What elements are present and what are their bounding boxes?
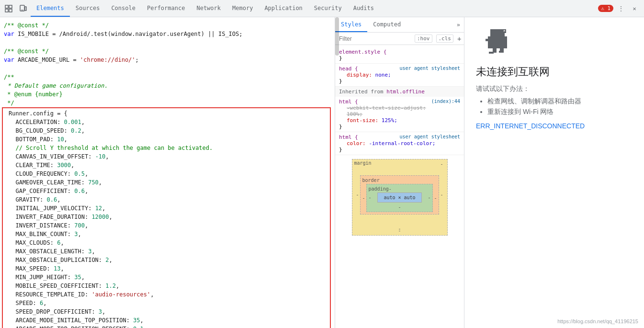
close-icon[interactable]: ✕ [629,3,640,14]
styles-tabs: Styles Computed » [335,17,464,33]
head-source: user agent stylesheet [400,66,460,71]
code-line: ARCADE_MODE_INITIAL_TOP_POSITION: 35, [5,316,328,325]
styles-filter-input[interactable] [339,35,411,42]
code-line: var ARCADE_MODE_URL = 'chrome://dino/'; [0,56,335,64]
html1-webkit-val: 100%; [339,111,460,117]
tab-computed[interactable]: Computed [367,17,407,32]
code-line: // Scroll Y threshold at which the game … [5,144,328,152]
code-line: CLEAR_TIME: 3000, [5,161,328,170]
svg-rect-12 [486,39,490,41]
code-line [0,38,335,47]
html1-source: (index):44 [431,99,460,104]
code-line: INVERT_DISTANCE: 700, [5,221,328,230]
dino-illustration [476,27,514,56]
filter-plus-button[interactable]: + [457,35,461,43]
inherited-from: html.offline [386,89,424,95]
svg-rect-2 [5,9,8,12]
devtools-tabs: Elements Sources Console Performance Net… [31,0,380,17]
head-style-block: head { user agent stylesheet display: no… [335,64,464,87]
inspect-icon[interactable] [2,2,15,15]
html1-selector: html { [339,99,358,105]
padding-bottom-val: - [369,204,431,210]
html2-style-block: html { user agent stylesheet color: -int… [335,132,464,155]
html2-color-prop: color: -internal-root-color; [339,140,460,147]
tab-memory[interactable]: Memory [226,0,259,17]
tab-audits[interactable]: Audits [348,0,380,17]
code-line: CLOUD_FREQUENCY: 0.5, [5,170,328,178]
code-line: GAMEOVER_CLEAR_TIME: 750, [5,178,328,187]
padding-right-val: - [428,195,430,200]
code-line: MAX_OBSTACLE_DUPLICATION: 2, [5,256,328,264]
code-line: ACCELERATION: 0.001, [5,118,328,126]
html1-style-block: html { (index):44 -webkit-text-size-adju… [335,97,464,132]
inherited-label: Inherited from html.offline [335,87,464,97]
code-line: MAX_BLINK_COUNT: 3, [5,230,328,238]
code-line: INVERT_FADE_DURATION: 12000, [5,213,328,221]
styles-content: element.style { } head { user agent styl… [335,45,464,328]
more-options-icon[interactable]: ⋮ [615,3,627,14]
svg-rect-1 [9,5,12,8]
tab-network[interactable]: Network [191,0,226,17]
border-left-val: - [362,195,365,201]
html1-webkit-prop: -webkit-text-size-adjust: [339,105,460,111]
html1-fontsize-prop: font-size: 125%; [339,117,460,124]
dino-tip-2: 重新连接到 Wi-Fi 网络 [487,108,633,116]
error-code-link[interactable]: ERR_INTERNET_DISCONNECTED [476,122,585,130]
code-line: BOTTOM_PAD: 10, [5,135,328,144]
code-line: /** [0,73,335,81]
device-icon[interactable] [16,2,30,15]
error-badge: ⚠ 1 [598,5,613,12]
tab-security[interactable]: Security [308,0,348,17]
styles-more-icon[interactable]: » [453,17,464,32]
code-line: * Default game configuration. [0,81,335,90]
tab-application[interactable]: Application [259,0,308,17]
code-line: SPEED_DROP_COEFFICIENT: 3, [5,307,328,316]
code-line: INITIAL_JUMP_VELOCITY: 12, [5,204,328,213]
code-line: /** @const */ [0,47,335,56]
filter-cls-button[interactable]: .cls [436,34,454,43]
svg-rect-3 [9,9,12,12]
code-line: BG_CLOUD_SPEED: 0.2, [5,126,328,135]
tab-performance[interactable]: Performance [141,0,191,17]
main-area: /** @const */ var IS_MOBILE = /Android/.… [0,17,644,328]
dino-tips-list: 检查网线、调制解调器和路由器 重新连接到 Wi-Fi 网络 [476,97,633,116]
tab-elements[interactable]: Elements [31,0,70,17]
styles-panel: Styles Computed » :hov .cls + element.st… [335,17,464,328]
tab-styles[interactable]: Styles [335,17,367,32]
border-right-val: - [434,195,437,201]
margin-label: margin [354,160,372,166]
head-selector: head { [339,66,358,72]
code-line: var IS_MOBILE = /Android/.test(window.na… [0,30,335,38]
code-line: MAX_OBSTACLE_LENGTH: 3, [5,247,328,256]
scroll-indicator [335,17,339,56]
code-line: /** @const */ [0,21,335,30]
code-line: CANVAS_IN_VIEW_OFFSET: -10, [5,152,328,161]
padding-left-val: - [369,195,372,200]
code-line: GAP_COEFFICIENT: 0.6, [5,187,328,195]
head-display-prop: display: none; [339,72,460,78]
element-style-selector: element.style { [339,49,386,55]
code-line: RESOURCE_TEMPLATE_ID: 'audio-resources', [5,290,328,299]
devtools-right-controls: ⚠ 1 ⋮ ✕ [598,3,642,14]
code-line: GRAVITY: 0.6, [5,195,328,204]
code-line: SPEED: 6, [5,299,328,307]
box-model-padding: padding- - auto × auto - - [366,184,433,212]
code-line: ARCADE_MODE_TOP_POSITION_PERCENT: 0.1 [5,325,328,328]
html2-selector: html { [339,134,358,140]
footer-url: https://blog.csdn.net/qq_41196215 [557,318,638,324]
box-model-margin: margin - - - border - padding- [352,159,448,236]
code-line: Runner.config = { [5,109,328,118]
svg-rect-11 [488,36,507,48]
box-model-content: auto × auto [377,192,421,203]
code-line: MAX_SPEED: 13, [5,264,328,273]
tab-console[interactable]: Console [105,0,141,17]
styles-filter-bar: :hov .cls + [335,33,464,45]
dino-title: 未连接到互联网 [476,65,633,79]
tab-sources[interactable]: Sources [70,0,106,17]
code-line: MIN_JUMP_HEIGHT: 35, [5,273,328,282]
code-line: MAX_CLOUDS: 6, [5,238,328,247]
code-panel[interactable]: /** @const */ var IS_MOBILE = /Android/.… [0,17,335,328]
filter-hov-button[interactable]: :hov [415,34,432,43]
svg-rect-5 [25,7,26,11]
padding-label: padding- [369,186,431,192]
